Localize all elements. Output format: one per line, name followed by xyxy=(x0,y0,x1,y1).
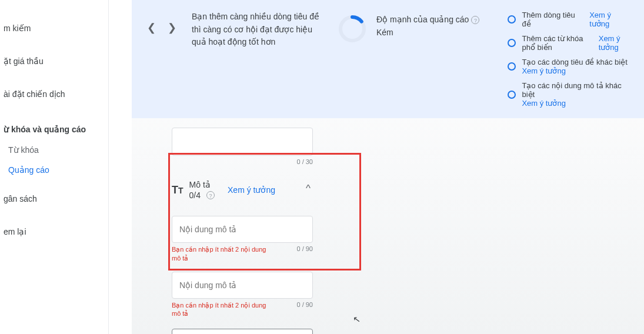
radio-icon xyxy=(508,62,516,71)
suggestion-text: Tạo các dòng tiêu đề khác biệt xyxy=(522,58,627,66)
ideas-link[interactable]: Xem ý tưởng xyxy=(228,185,275,195)
sidebar-item-review[interactable]: em lại xyxy=(0,221,108,242)
description-input-1[interactable] xyxy=(172,216,313,243)
sidebar-item-bidding[interactable]: ặt giá thầu xyxy=(0,51,108,72)
ad-strength-ring-icon xyxy=(338,14,367,44)
suggestions-list: Thêm dòng tiêu đềXem ý tưởng Thêm các từ… xyxy=(508,11,632,108)
hint-bar: ❮ ❯ Bạn thêm càng nhiều dòng tiêu đề thì… xyxy=(132,0,644,118)
headline-input[interactable] xyxy=(172,128,313,156)
char-counter: 0 / 90 xyxy=(296,245,313,262)
sidebar: m kiếm ặt giá thầu ài đặt chiến dịch ừ k… xyxy=(0,0,109,334)
next-hint-icon[interactable]: ❯ xyxy=(164,21,180,34)
cursor-icon: ↖ xyxy=(352,313,361,325)
suggestion-row: Thêm dòng tiêu đềXem ý tưởng xyxy=(508,11,632,28)
main-panel: ❮ ❯ Bạn thêm càng nhiều dòng tiêu đề thì… xyxy=(132,0,644,334)
suggestion-row: Tạo các nội dung mô tả khác biệtXem ý tư… xyxy=(508,81,632,108)
hint-text: Bạn thêm càng nhiều dòng tiêu đề thì càn… xyxy=(192,11,321,49)
suggestion-text: Thêm dòng tiêu đề xyxy=(522,11,585,28)
ad-strength-value: Kém xyxy=(376,27,479,39)
prev-hint-icon[interactable]: ❮ xyxy=(144,21,159,34)
description-label: Mô tả xyxy=(189,179,215,190)
ad-strength-title: Độ mạnh của quảng cáo xyxy=(376,15,469,24)
suggestion-link[interactable]: Xem ý tưởng xyxy=(522,66,632,75)
suggestion-link[interactable]: Xem ý tưởng xyxy=(522,99,632,108)
headline-box: 0 / 30 xyxy=(172,128,313,165)
sidebar-sub-keywords[interactable]: Từ khóa xyxy=(0,140,108,160)
text-size-icon: TT xyxy=(172,184,183,196)
char-counter: 0 / 90 xyxy=(296,301,313,318)
suggestion-row: Tạo các dòng tiêu đề khác biệtXem ý tưởn… xyxy=(508,58,632,75)
description-card: TT Mô tả 0/4? Xem ý tưởng ^ Bạn cần nhập… xyxy=(172,179,313,334)
error-text: Bạn cần nhập ít nhất 2 nội dung mô tả xyxy=(172,245,275,262)
suggestion-row: Thêm các từ khóa phổ biếnXem ý tưởng xyxy=(508,34,632,52)
chevron-up-icon[interactable]: ^ xyxy=(306,183,311,195)
radio-icon xyxy=(508,15,516,24)
sidebar-sub-ads[interactable]: Quảng cáo xyxy=(0,160,108,180)
sidebar-item-campaign-settings[interactable]: ài đặt chiến dịch xyxy=(0,84,108,105)
sidebar-group-keywords-ads: ừ khóa và quảng cáo xyxy=(0,119,108,140)
sidebar-item-search[interactable]: m kiếm xyxy=(0,18,108,39)
help-icon[interactable]: ? xyxy=(471,16,479,24)
radio-icon xyxy=(508,91,516,99)
suggestion-link[interactable]: Xem ý tưởng xyxy=(589,11,632,28)
headline-counter: 0 / 30 xyxy=(172,158,313,165)
suggestion-text: Tạo các nội dung mô tả khác biệt xyxy=(522,81,628,99)
error-text: Bạn cần nhập ít nhất 2 nội dung mô tả xyxy=(172,301,275,318)
radio-icon xyxy=(508,39,516,47)
description-input-3[interactable]: Nội dung mô tả 📌? xyxy=(172,329,313,334)
suggestion-link[interactable]: Xem ý tưởng xyxy=(599,34,632,52)
description-count: 0/4 xyxy=(189,190,201,201)
sidebar-item-budget[interactable]: gân sách xyxy=(0,188,108,209)
help-icon[interactable]: ? xyxy=(206,191,215,199)
suggestion-text: Thêm các từ khóa phổ biến xyxy=(522,34,593,52)
description-input-2[interactable] xyxy=(172,272,313,299)
